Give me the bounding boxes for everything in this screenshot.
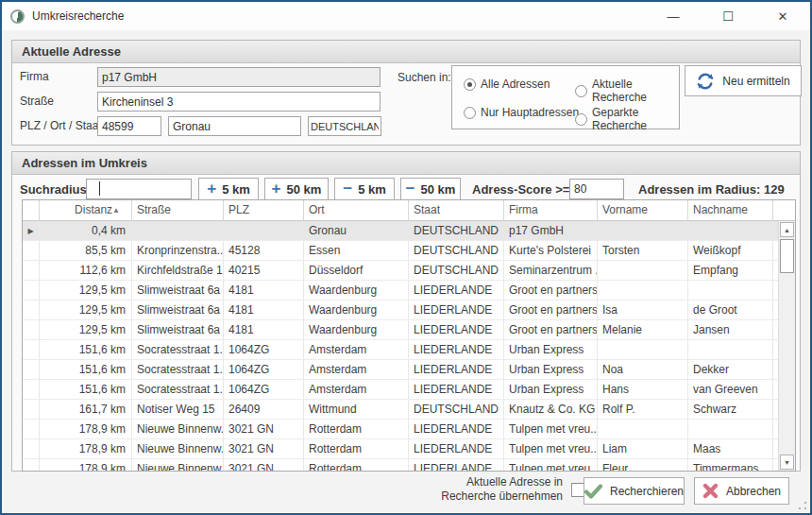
scroll-up-icon[interactable]: ▲ bbox=[780, 222, 794, 237]
cell-staat: LIEDERLANDE bbox=[409, 300, 504, 319]
cell-strasse: Slimweistraat 6a bbox=[132, 320, 224, 339]
header-strasse[interactable]: Straße bbox=[132, 200, 224, 220]
suchradius-input[interactable] bbox=[86, 179, 192, 199]
close-button[interactable]: ✕ bbox=[755, 2, 810, 30]
cell-plz: 4181 bbox=[224, 320, 304, 339]
ort-field[interactable] bbox=[168, 116, 301, 136]
row-indicator bbox=[23, 439, 40, 458]
table-row[interactable]: 178,9 km Nieuwe Binnenw... 3021 GN Rotte… bbox=[23, 439, 795, 459]
header-firma[interactable]: Firma bbox=[504, 200, 598, 220]
radio-icon bbox=[575, 85, 587, 97]
cell-nachname bbox=[688, 420, 773, 438]
radio-icon bbox=[464, 78, 476, 91]
header-nachname[interactable]: Nachname bbox=[688, 200, 773, 220]
vertical-scrollbar[interactable]: ▲ ▼ bbox=[778, 221, 795, 471]
cell-distanz: 85,5 km bbox=[40, 241, 132, 260]
table-row[interactable]: 161,7 km Notiser Weg 15 26409 Wittmund D… bbox=[23, 400, 795, 420]
scroll-down-icon[interactable]: ▼ bbox=[780, 455, 794, 470]
row-indicator bbox=[23, 420, 40, 438]
scroll-thumb[interactable] bbox=[780, 239, 794, 273]
cell-staat: LIEDERLANDE bbox=[409, 281, 504, 300]
table-row[interactable]: 151,6 km Socratesstraat 1... 1064ZG Amst… bbox=[23, 340, 795, 360]
umkreisrecherche-window: Umkreisrecherche — ☐ ✕ Aktuelle Adresse … bbox=[0, 0, 812, 515]
cell-nachname: Weißkopf bbox=[688, 241, 773, 260]
table-row[interactable]: 129,5 km Slimweistraat 6a 4181 Waardenbu… bbox=[23, 281, 795, 300]
neu-ermitteln-label: Neu ermitteln bbox=[722, 75, 789, 88]
cell-plz: 3021 GN bbox=[224, 420, 304, 438]
cell-strasse: Slimweistraat 6a bbox=[132, 300, 224, 319]
cell-nachname: van Greeven bbox=[688, 380, 773, 399]
resize-grip[interactable] bbox=[798, 501, 807, 510]
table-row[interactable]: 129,5 km Slimweistraat 6a 4181 Waardenbu… bbox=[23, 300, 795, 320]
refresh-icon bbox=[696, 72, 715, 91]
radio-nur-hauptadressen[interactable]: Nur Hauptadressen bbox=[464, 106, 579, 119]
abbrechen-button[interactable]: Abbrechen bbox=[694, 477, 789, 505]
header-staat[interactable]: Staat bbox=[409, 200, 504, 220]
cell-plz: 4181 bbox=[224, 281, 304, 300]
cell-distanz: 178,9 km bbox=[40, 420, 132, 438]
neu-ermitteln-button[interactable]: Neu ermitteln bbox=[685, 65, 802, 96]
cell-ort: Amsterdam bbox=[304, 360, 409, 379]
cell-strasse: Nieuwe Binnenw... bbox=[132, 439, 224, 458]
cell-vorname bbox=[598, 221, 688, 240]
table-row[interactable]: 178,9 km Nieuwe Binnenw... 3021 GN Rotte… bbox=[23, 420, 795, 439]
header-distanz[interactable]: Distanz▲ bbox=[40, 200, 132, 220]
cell-vorname: Rolf P. bbox=[598, 400, 688, 419]
cell-strasse: Kirchfeldstraße 1... bbox=[132, 261, 224, 280]
radio-geparkte-recherche[interactable]: Geparkte Recherche bbox=[575, 106, 679, 132]
uebernehmen-checkbox-label: Aktuelle Adresse in Recherche übernehmen bbox=[412, 475, 563, 504]
radius-count-label: Adressen im Radius: 129 bbox=[638, 182, 785, 197]
table-row[interactable]: 129,5 km Slimweistraat 6a 4181 Waardenbu… bbox=[23, 320, 795, 340]
header-vorname[interactable]: Vorname bbox=[598, 200, 688, 220]
x-icon bbox=[702, 483, 719, 499]
row-indicator: ▶ bbox=[23, 221, 40, 240]
suchen-in-label: Suchen in: bbox=[398, 71, 451, 84]
cell-firma: Groot en partners bbox=[504, 281, 598, 300]
plus-icon: + bbox=[207, 180, 216, 197]
row-indicator bbox=[23, 400, 40, 419]
minimize-button[interactable]: — bbox=[646, 2, 701, 30]
header-ort[interactable]: Ort bbox=[304, 200, 409, 220]
radio-aktuelle-recherche[interactable]: Aktuelle Recherche bbox=[575, 77, 679, 104]
strasse-field[interactable] bbox=[97, 92, 381, 112]
cell-ort: Waardenburg bbox=[304, 300, 409, 319]
table-row[interactable]: 112,6 km Kirchfeldstraße 1... 40215 Düss… bbox=[23, 261, 795, 281]
cell-distanz: 161,7 km bbox=[40, 400, 132, 419]
table-row[interactable]: ▶ 0,4 km Gronau DEUTSCHLAND p17 GmbH bbox=[23, 221, 795, 241]
cell-firma: Urban Express bbox=[504, 380, 598, 399]
cell-staat: DEUTSCHLAND bbox=[409, 261, 504, 280]
table-row[interactable]: 85,5 km Kronprinzenstra... 45128 Essen D… bbox=[23, 241, 795, 261]
adress-score-input[interactable] bbox=[569, 179, 624, 199]
header-plz[interactable]: PLZ bbox=[224, 200, 304, 220]
table-row[interactable]: 151,6 km Socratesstraat 1... 1064ZG Amst… bbox=[23, 380, 795, 400]
adress-score-label: Adress-Score >= bbox=[472, 182, 569, 197]
cell-nachname: Maas bbox=[688, 439, 773, 458]
plus-5km-button[interactable]: + 5 km bbox=[198, 178, 259, 200]
cell-ort: Amsterdam bbox=[304, 340, 409, 359]
cell-nachname bbox=[688, 221, 773, 240]
staat-field[interactable] bbox=[308, 116, 381, 136]
radio-alle-adressen[interactable]: Alle Adressen bbox=[464, 77, 550, 91]
current-address-panel: Aktuelle Adresse Firma Straße PLZ / Ort … bbox=[11, 40, 801, 146]
plz-field[interactable] bbox=[97, 116, 161, 136]
recherchieren-button[interactable]: Recherchieren bbox=[584, 477, 685, 505]
firma-field[interactable] bbox=[97, 67, 381, 87]
row-indicator bbox=[23, 360, 40, 379]
minus-50km-button[interactable]: − 50 km bbox=[400, 178, 461, 200]
minus-5km-button[interactable]: − 5 km bbox=[334, 178, 395, 200]
check-icon bbox=[584, 484, 602, 499]
cell-vorname: Melanie bbox=[598, 320, 688, 339]
row-indicator bbox=[23, 300, 40, 319]
recherchieren-label: Recherchieren bbox=[610, 485, 684, 498]
cell-nachname: de Groot bbox=[688, 300, 773, 319]
plus-50km-button[interactable]: + 50 km bbox=[264, 178, 329, 200]
cell-vorname bbox=[598, 261, 688, 280]
title-bar: Umkreisrecherche — ☐ ✕ bbox=[2, 2, 810, 30]
cell-vorname: Noa bbox=[598, 360, 688, 379]
cell-nachname: Jansen bbox=[688, 320, 773, 339]
cell-distanz: 129,5 km bbox=[40, 320, 132, 339]
table-row[interactable]: 151,6 km Socratesstraat 1... 1064ZG Amst… bbox=[23, 360, 795, 380]
maximize-button[interactable]: ☐ bbox=[701, 2, 755, 30]
current-address-header: Aktuelle Adresse bbox=[12, 41, 800, 63]
window-title: Umkreisrecherche bbox=[32, 9, 124, 23]
